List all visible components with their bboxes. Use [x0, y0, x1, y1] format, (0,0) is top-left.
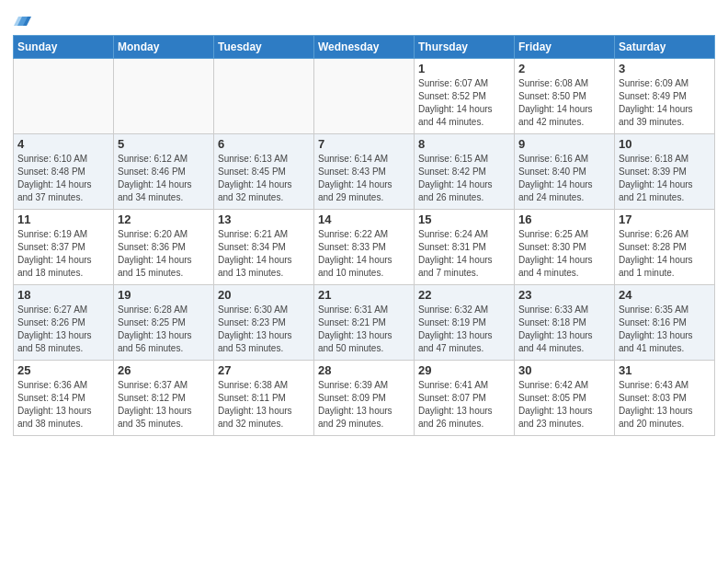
day-info: Sunrise: 6:22 AM Sunset: 8:33 PM Dayligh… [318, 228, 410, 280]
day-number: 17 [619, 213, 711, 226]
day-number: 29 [418, 363, 510, 377]
day-info: Sunrise: 6:10 AM Sunset: 8:48 PM Dayligh… [17, 153, 109, 204]
calendar-cell: 17Sunrise: 6:26 AM Sunset: 8:28 PM Dayli… [615, 210, 715, 285]
logo-icon [14, 9, 34, 29]
calendar-cell: 11Sunrise: 6:19 AM Sunset: 8:37 PM Dayli… [14, 210, 114, 285]
day-info: Sunrise: 6:21 AM Sunset: 8:34 PM Dayligh… [218, 228, 310, 280]
calendar-cell [114, 59, 214, 134]
calendar-cell: 27Sunrise: 6:38 AM Sunset: 8:11 PM Dayli… [214, 361, 314, 436]
calendar-cell: 18Sunrise: 6:27 AM Sunset: 8:26 PM Dayli… [14, 285, 114, 361]
calendar-cell: 28Sunrise: 6:39 AM Sunset: 8:09 PM Dayli… [314, 361, 415, 436]
calendar-table: SundayMondayTuesdayWednesdayThursdayFrid… [13, 35, 715, 436]
day-number: 25 [17, 363, 109, 377]
day-info: Sunrise: 6:41 AM Sunset: 8:07 PM Dayligh… [418, 379, 510, 431]
day-number: 31 [619, 363, 711, 377]
calendar-cell [14, 59, 114, 134]
calendar-cell: 23Sunrise: 6:33 AM Sunset: 8:18 PM Dayli… [515, 285, 615, 361]
calendar-cell: 13Sunrise: 6:21 AM Sunset: 8:34 PM Dayli… [214, 210, 314, 285]
day-number: 6 [218, 137, 310, 151]
calendar-cell: 29Sunrise: 6:41 AM Sunset: 8:07 PM Dayli… [415, 361, 515, 436]
day-info: Sunrise: 6:36 AM Sunset: 8:14 PM Dayligh… [17, 379, 109, 431]
calendar-cell: 12Sunrise: 6:20 AM Sunset: 8:36 PM Dayli… [114, 210, 214, 285]
day-number: 3 [619, 62, 711, 75]
day-number: 12 [118, 213, 210, 226]
day-info: Sunrise: 6:28 AM Sunset: 8:25 PM Dayligh… [118, 304, 210, 355]
day-info: Sunrise: 6:27 AM Sunset: 8:26 PM Dayligh… [17, 304, 109, 355]
calendar-cell: 20Sunrise: 6:30 AM Sunset: 8:23 PM Dayli… [214, 285, 314, 361]
day-number: 8 [418, 137, 510, 151]
calendar-cell: 24Sunrise: 6:35 AM Sunset: 8:16 PM Dayli… [615, 285, 715, 361]
day-number: 11 [17, 213, 109, 226]
day-number: 13 [218, 213, 310, 226]
day-info: Sunrise: 6:20 AM Sunset: 8:36 PM Dayligh… [118, 228, 210, 280]
calendar-cell: 4Sunrise: 6:10 AM Sunset: 8:48 PM Daylig… [14, 134, 114, 210]
day-info: Sunrise: 6:07 AM Sunset: 8:52 PM Dayligh… [418, 77, 510, 129]
calendar-cell: 14Sunrise: 6:22 AM Sunset: 8:33 PM Dayli… [314, 210, 415, 285]
calendar-week-row: 11Sunrise: 6:19 AM Sunset: 8:37 PM Dayli… [14, 210, 715, 285]
calendar-cell: 21Sunrise: 6:31 AM Sunset: 8:21 PM Dayli… [314, 285, 415, 361]
day-info: Sunrise: 6:19 AM Sunset: 8:37 PM Dayligh… [17, 228, 109, 280]
day-number: 27 [218, 363, 310, 377]
calendar-cell: 9Sunrise: 6:16 AM Sunset: 8:40 PM Daylig… [515, 134, 615, 210]
day-info: Sunrise: 6:13 AM Sunset: 8:45 PM Dayligh… [218, 153, 310, 204]
logo [13, 9, 34, 28]
weekday-header: Tuesday [214, 36, 314, 59]
calendar-cell: 2Sunrise: 6:08 AM Sunset: 8:50 PM Daylig… [515, 59, 615, 134]
day-info: Sunrise: 6:43 AM Sunset: 8:03 PM Dayligh… [619, 379, 711, 431]
day-number: 10 [619, 137, 711, 151]
calendar-week-row: 1Sunrise: 6:07 AM Sunset: 8:52 PM Daylig… [14, 59, 715, 134]
day-number: 23 [518, 288, 610, 302]
page-container: SundayMondayTuesdayWednesdayThursdayFrid… [0, 0, 728, 563]
day-info: Sunrise: 6:39 AM Sunset: 8:09 PM Dayligh… [318, 379, 410, 431]
day-info: Sunrise: 6:25 AM Sunset: 8:30 PM Dayligh… [518, 228, 610, 280]
day-info: Sunrise: 6:30 AM Sunset: 8:23 PM Dayligh… [218, 304, 310, 355]
weekday-header: Sunday [14, 36, 114, 59]
day-info: Sunrise: 6:24 AM Sunset: 8:31 PM Dayligh… [418, 228, 510, 280]
day-number: 7 [318, 137, 410, 151]
weekday-header: Wednesday [314, 36, 415, 59]
day-info: Sunrise: 6:12 AM Sunset: 8:46 PM Dayligh… [118, 153, 210, 204]
day-number: 15 [418, 213, 510, 226]
calendar-cell: 8Sunrise: 6:15 AM Sunset: 8:42 PM Daylig… [415, 134, 515, 210]
calendar-cell: 30Sunrise: 6:42 AM Sunset: 8:05 PM Dayli… [515, 361, 615, 436]
day-number: 9 [518, 137, 610, 151]
day-info: Sunrise: 6:38 AM Sunset: 8:11 PM Dayligh… [218, 379, 310, 431]
weekday-header: Friday [515, 36, 615, 59]
calendar-cell: 15Sunrise: 6:24 AM Sunset: 8:31 PM Dayli… [415, 210, 515, 285]
weekday-header: Monday [114, 36, 214, 59]
calendar-cell: 5Sunrise: 6:12 AM Sunset: 8:46 PM Daylig… [114, 134, 214, 210]
calendar-cell: 10Sunrise: 6:18 AM Sunset: 8:39 PM Dayli… [615, 134, 715, 210]
day-number: 5 [118, 137, 210, 151]
day-info: Sunrise: 6:18 AM Sunset: 8:39 PM Dayligh… [619, 153, 711, 204]
day-number: 28 [318, 363, 410, 377]
day-info: Sunrise: 6:32 AM Sunset: 8:19 PM Dayligh… [418, 304, 510, 355]
day-number: 26 [118, 363, 210, 377]
day-number: 24 [619, 288, 711, 302]
calendar-cell: 22Sunrise: 6:32 AM Sunset: 8:19 PM Dayli… [415, 285, 515, 361]
calendar-week-row: 18Sunrise: 6:27 AM Sunset: 8:26 PM Dayli… [14, 285, 715, 361]
weekday-header: Saturday [615, 36, 715, 59]
calendar-cell [214, 59, 314, 134]
day-info: Sunrise: 6:14 AM Sunset: 8:43 PM Dayligh… [318, 153, 410, 204]
calendar-cell: 7Sunrise: 6:14 AM Sunset: 8:43 PM Daylig… [314, 134, 415, 210]
calendar-cell [314, 59, 415, 134]
day-number: 16 [518, 213, 610, 226]
calendar-cell: 31Sunrise: 6:43 AM Sunset: 8:03 PM Dayli… [615, 361, 715, 436]
day-number: 20 [218, 288, 310, 302]
day-info: Sunrise: 6:16 AM Sunset: 8:40 PM Dayligh… [518, 153, 610, 204]
day-number: 30 [518, 363, 610, 377]
day-number: 2 [518, 62, 610, 75]
weekday-header-row: SundayMondayTuesdayWednesdayThursdayFrid… [14, 36, 715, 59]
day-number: 22 [418, 288, 510, 302]
day-number: 21 [318, 288, 410, 302]
day-info: Sunrise: 6:31 AM Sunset: 8:21 PM Dayligh… [318, 304, 410, 355]
calendar-cell: 1Sunrise: 6:07 AM Sunset: 8:52 PM Daylig… [415, 59, 515, 134]
weekday-header: Thursday [415, 36, 515, 59]
calendar-cell: 25Sunrise: 6:36 AM Sunset: 8:14 PM Dayli… [14, 361, 114, 436]
calendar-cell: 3Sunrise: 6:09 AM Sunset: 8:49 PM Daylig… [615, 59, 715, 134]
day-info: Sunrise: 6:26 AM Sunset: 8:28 PM Dayligh… [619, 228, 711, 280]
header [13, 9, 715, 28]
day-number: 14 [318, 213, 410, 226]
calendar-cell: 19Sunrise: 6:28 AM Sunset: 8:25 PM Dayli… [114, 285, 214, 361]
calendar-week-row: 25Sunrise: 6:36 AM Sunset: 8:14 PM Dayli… [14, 361, 715, 436]
